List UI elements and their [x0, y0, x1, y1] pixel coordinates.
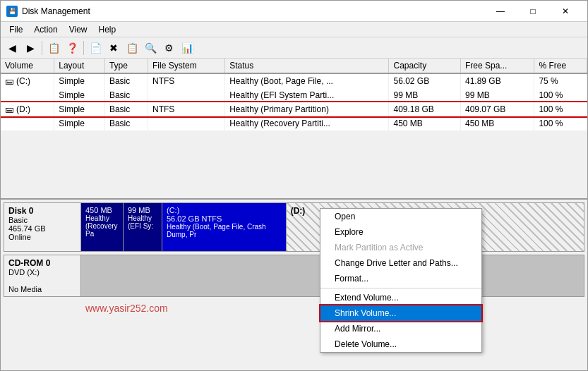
cell-capacity: 56.02 GB — [389, 73, 461, 88]
partition-efi[interactable]: 99 MB Healthy (EFI Sy: — [124, 203, 162, 251]
cell-free: 99 MB — [461, 88, 534, 102]
chart-button[interactable]: 📊 — [179, 39, 196, 56]
cell-type: Basic — [104, 116, 148, 130]
toolbar: ◀ ▶ 📋 ❓ 📄 ✖ 📋 🔍 ⚙ 📊 — [1, 37, 587, 59]
disk0-size: 465.74 GB — [8, 224, 76, 233]
partition-status: Healthy (EFI Sy: — [128, 214, 157, 230]
disk0-type: Basic — [8, 216, 76, 224]
toolbar-separator-2 — [83, 41, 84, 55]
ctx-mark-active: Mark Partition as Active — [320, 240, 481, 255]
menu-file[interactable]: File — [4, 22, 28, 37]
app-icon: 💾 — [6, 6, 18, 17]
cell-layout: Simple — [54, 88, 105, 102]
partition-c[interactable]: (C:) 56.02 GB NTFS Healthy (Boot, Page F… — [162, 203, 287, 251]
ctx-extend[interactable]: Extend Volume... — [320, 290, 481, 305]
back-button[interactable]: ◀ — [4, 39, 20, 56]
maximize-button[interactable]: □ — [517, 1, 549, 22]
properties-button[interactable]: 📋 — [45, 39, 62, 56]
help-button[interactable]: ❓ — [64, 39, 80, 56]
ctx-change-letter[interactable]: Change Drive Letter and Paths... — [320, 255, 481, 271]
ctx-separator-1 — [320, 288, 481, 288]
partition-recovery[interactable]: 450 MB Healthy (Recovery Pa — [81, 203, 124, 251]
disk-management-window: 💾 Disk Management — □ ✕ File Action View… — [0, 0, 588, 371]
cell-free: 450 MB — [461, 116, 534, 130]
menu-bar: File Action View Help — [1, 22, 587, 37]
cell-status: Healthy (Boot, Page File, ... — [225, 73, 389, 88]
cdrom0-type: DVD (X:) — [8, 268, 76, 276]
ctx-delete[interactable]: Delete Volume... — [320, 336, 481, 352]
settings-button[interactable]: ⚙ — [160, 39, 177, 56]
title-bar-left: 💾 Disk Management — [6, 6, 90, 17]
cell-status: Healthy (Recovery Partiti... — [225, 116, 389, 130]
copy-button[interactable]: 📋 — [124, 39, 140, 56]
partition-letter: (C:) — [167, 206, 282, 214]
partition-status: Healthy (Boot, Page File, Crash Dump, Pr — [167, 223, 282, 238]
ctx-open[interactable]: Open — [320, 209, 481, 224]
search-button[interactable]: 🔍 — [142, 39, 159, 56]
col-capacity: Capacity — [389, 59, 461, 73]
volume-table: Volume Layout Type File System Status Ca… — [1, 59, 587, 130]
new-button[interactable]: 📄 — [87, 39, 104, 56]
cell-capacity: 409.18 GB — [389, 102, 461, 116]
table-row[interactable]: Simple Basic Healthy (Recovery Partiti..… — [1, 116, 587, 130]
watermark: www.yasir252.com — [85, 303, 168, 314]
cell-pct: 100 % — [534, 88, 587, 102]
drive-icon: 🖴 — [5, 104, 13, 114]
cell-fs: NTFS — [148, 73, 225, 88]
title-bar: 💾 Disk Management — □ ✕ — [1, 1, 587, 22]
delete-button[interactable]: ✖ — [105, 39, 122, 56]
cell-pct: 100 % — [534, 102, 587, 116]
table-row[interactable]: 🖴 (C:) Simple Basic NTFS Healthy (Boot, … — [1, 73, 587, 88]
ctx-format[interactable]: Format... — [320, 271, 481, 286]
cell-type: Basic — [104, 73, 148, 88]
table-row[interactable]: Simple Basic Healthy (EFI System Parti..… — [1, 88, 587, 102]
forward-button[interactable]: ▶ — [22, 39, 39, 56]
col-volume: Volume — [1, 59, 54, 73]
cell-volume: 🖴 (D:) — [1, 102, 54, 116]
volume-table-panel: Volume Layout Type File System Status Ca… — [1, 59, 587, 200]
drive-icon: 🖴 — [5, 76, 13, 86]
cdrom0-label: CD-ROM 0 DVD (X:) No Media — [4, 255, 81, 297]
col-status: Status — [225, 59, 389, 73]
cell-volume — [1, 116, 54, 130]
partition-size-fs: 56.02 GB NTFS — [167, 214, 282, 223]
menu-action[interactable]: Action — [28, 22, 63, 37]
ctx-add-mirror[interactable]: Add Mirror... — [320, 321, 481, 336]
minimize-button[interactable]: — — [484, 1, 517, 22]
disk0-name: Disk 0 — [8, 206, 76, 216]
col-type: Type — [104, 59, 148, 73]
cell-layout: Simple — [54, 102, 105, 116]
main-content: Volume Layout Type File System Status Ca… — [1, 59, 587, 370]
col-filesystem: File System — [148, 59, 225, 73]
menu-help[interactable]: Help — [93, 22, 122, 37]
menu-view[interactable]: View — [64, 22, 93, 37]
toolbar-separator-1 — [42, 41, 42, 55]
window-title: Disk Management — [22, 6, 90, 16]
cell-capacity: 99 MB — [389, 88, 461, 102]
cell-status: Healthy (Primary Partition) — [225, 102, 389, 116]
table-row-d[interactable]: 🖴 (D:) Simple Basic NTFS Healthy (Primar… — [1, 102, 587, 116]
cell-fs — [148, 88, 225, 102]
cell-status: Healthy (EFI System Parti... — [225, 88, 389, 102]
cell-type: Basic — [104, 102, 148, 116]
cell-type: Basic — [104, 88, 148, 102]
cell-free: 409.07 GB — [461, 102, 534, 116]
cell-pct: 100 % — [534, 116, 587, 130]
cdrom0-name: CD-ROM 0 — [8, 258, 76, 268]
ctx-explore[interactable]: Explore — [320, 224, 481, 240]
disk0-row: Disk 0 Basic 465.74 GB Online 450 MB Hea… — [4, 202, 584, 252]
drive-letter: (C:) — [16, 76, 30, 86]
partition-status: Healthy (Recovery Pa — [85, 214, 119, 238]
cell-fs: NTFS — [148, 102, 225, 116]
cell-volume — [1, 88, 54, 102]
ctx-shrink[interactable]: Shrink Volume... — [320, 305, 481, 321]
disk0-status: Online — [8, 233, 76, 241]
cell-layout: Simple — [54, 73, 105, 88]
cell-capacity: 450 MB — [389, 116, 461, 130]
cell-volume: 🖴 (C:) — [1, 73, 54, 88]
partition-size: 450 MB — [85, 206, 119, 214]
table-header-row: Volume Layout Type File System Status Ca… — [1, 59, 587, 73]
drive-letter: (D:) — [16, 104, 30, 114]
cell-layout: Simple — [54, 116, 105, 130]
close-button[interactable]: ✕ — [549, 1, 582, 22]
